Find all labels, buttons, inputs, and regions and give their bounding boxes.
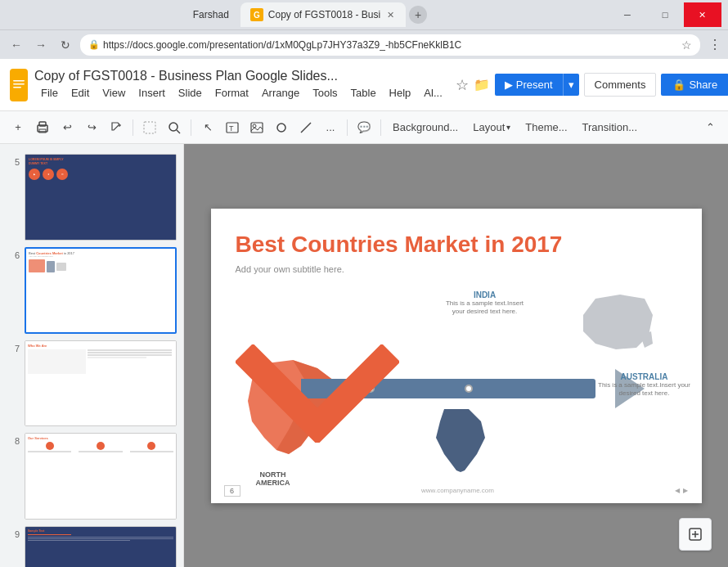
prev-slide-icon[interactable]: ◀ [675, 487, 680, 494]
slide-footer: 6 www.companyname.com ◀ ▶ [211, 485, 702, 497]
back-button[interactable]: ← [7, 35, 26, 55]
comment-icon[interactable]: 💬 [353, 116, 375, 139]
browser-titlebar: Farshad G Copy of FGST0018 - Busi ✕ + ─ … [0, 0, 728, 29]
menu-slide[interactable]: Slide [172, 85, 209, 101]
india-label: INDIA This is a sample text.Insert your … [444, 290, 526, 317]
svg-point-14 [277, 124, 285, 132]
select-mode-button[interactable] [138, 116, 161, 139]
menu-view[interactable]: View [96, 85, 132, 101]
url-text: https://docs.google.com/presentation/d/1… [103, 39, 461, 51]
share-button[interactable]: 🔒 Share [661, 74, 728, 96]
slide-item-9[interactable]: 9 Sample Text [0, 523, 183, 567]
separator-2 [191, 119, 191, 136]
print-button[interactable] [31, 116, 54, 139]
star-icon[interactable]: ☆ [456, 76, 469, 94]
slide-thumbnail-6[interactable]: Best Countries Market in 2017 Add your o… [25, 247, 177, 334]
slide-thumbnail-8[interactable]: Our Services [25, 433, 177, 520]
url-input[interactable]: 🔒 https://docs.google.com/presentation/d… [80, 34, 700, 56]
slide-subtitle: Add your own subtitle here. [236, 264, 344, 274]
new-tab-button[interactable]: + [409, 6, 427, 24]
transition-label: Transition... [582, 121, 637, 133]
north-america-label: NORTH AMERICA [256, 470, 290, 487]
background-button[interactable]: Background... [386, 116, 465, 139]
add-button[interactable]: + [7, 116, 29, 139]
present-button[interactable]: ▶ Present [495, 74, 563, 96]
chevron-shape [236, 344, 399, 446]
separator-4 [380, 119, 381, 136]
more-tools-button[interactable]: ... [319, 116, 342, 139]
slide-thumbnail-9[interactable]: Sample Text [25, 526, 177, 567]
paint-format-button[interactable] [105, 116, 128, 139]
layout-label: Layout [473, 121, 505, 133]
background-label: Background... [393, 121, 458, 133]
svg-rect-0 [10, 76, 28, 94]
tab-close-button[interactable]: ✕ [385, 8, 396, 22]
close-button[interactable]: ✕ [684, 2, 721, 27]
undo-button[interactable]: ↩ [56, 116, 79, 139]
slide-thumbnail-5[interactable]: LOREM IPSUM IS SIMPLY DUMMY TEXT ▶ ★ ✉ [25, 154, 177, 241]
tab-favicon: G [250, 8, 263, 21]
slide-item-6[interactable]: 6 Best Countries Market in 2017 Add your… [0, 244, 183, 337]
theme-button[interactable]: Theme... [519, 116, 573, 139]
slide-number-7: 7 [7, 340, 20, 353]
shape-tool[interactable] [270, 116, 293, 139]
image-tool[interactable] [245, 116, 268, 139]
menu-arrange[interactable]: Arrange [255, 85, 306, 101]
main-area: 5 LOREM IPSUM IS SIMPLY DUMMY TEXT ▶ ★ ✉ [0, 144, 728, 567]
text-tool[interactable]: T [221, 116, 244, 139]
url-bar: ← → ↻ 🔒 https://docs.google.com/presenta… [0, 29, 728, 59]
browser-menu-button[interactable]: ⋮ [708, 37, 721, 52]
next-slide-icon[interactable]: ▶ [683, 487, 688, 494]
menu-insert[interactable]: Insert [132, 85, 172, 101]
svg-rect-3 [13, 87, 21, 88]
app-menu: File Edit View Insert Slide Format Arran… [34, 85, 449, 101]
bookmark-icon[interactable]: ☆ [681, 38, 692, 52]
separator-3 [347, 119, 348, 136]
minimize-button[interactable]: ─ [609, 2, 646, 27]
collapse-toolbar-button[interactable]: ⌃ [699, 116, 721, 139]
toolbar: + ↩ ↪ ↖ T ... 💬 Background... Layout ▾ T… [0, 111, 728, 144]
slide-nav-icons: ◀ ▶ [675, 487, 688, 494]
secure-icon: 🔒 [88, 39, 100, 50]
comments-button[interactable]: Comments [584, 73, 657, 97]
app-header: Copy of FGST0018 - Business Plan Google … [0, 59, 728, 111]
slide-item-5[interactable]: 5 LOREM IPSUM IS SIMPLY DUMMY TEXT ▶ ★ ✉ [0, 151, 183, 244]
folder-icon[interactable]: 📁 [474, 77, 490, 92]
transition-button[interactable]: Transition... [576, 116, 644, 139]
theme-label: Theme... [525, 121, 567, 133]
layout-button[interactable]: Layout ▾ [466, 116, 517, 139]
menu-help[interactable]: Help [383, 85, 418, 101]
reload-button[interactable]: ↻ [56, 35, 75, 55]
slides-panel: 5 LOREM IPSUM IS SIMPLY DUMMY TEXT ▶ ★ ✉ [0, 144, 184, 567]
slide-item-7[interactable]: 7 Who We Are [0, 337, 183, 430]
timeline-dot-2 [465, 385, 473, 393]
menu-file[interactable]: File [34, 85, 65, 101]
zoom-button[interactable] [163, 116, 186, 139]
slide-canvas: Best Countries Market in 2017 Add your o… [211, 209, 702, 503]
slide-thumbnail-7[interactable]: Who We Are [25, 340, 177, 427]
menu-table[interactable]: Table [344, 85, 383, 101]
forward-button[interactable]: → [31, 35, 51, 55]
canvas-area[interactable]: Best Countries Market in 2017 Add your o… [184, 144, 728, 567]
present-play-icon: ▶ [505, 79, 513, 91]
slide-number-9: 9 [7, 526, 20, 539]
share-label: Share [689, 79, 717, 91]
browser-tab[interactable]: G Copy of FGST0018 - Busi ✕ [240, 2, 406, 27]
svg-rect-1 [13, 80, 25, 82]
cursor-tool[interactable]: ↖ [196, 116, 219, 139]
menu-format[interactable]: Format [209, 85, 255, 101]
line-tool[interactable] [294, 116, 317, 139]
fab-button[interactable] [679, 518, 712, 551]
maximize-button[interactable]: □ [646, 2, 684, 27]
slide-item-8[interactable]: 8 Our Services [0, 430, 183, 523]
menu-edit[interactable]: Edit [65, 85, 96, 101]
india-map [432, 405, 489, 470]
menu-more[interactable]: Al... [417, 85, 448, 101]
svg-point-8 [169, 123, 178, 131]
redo-button[interactable]: ↪ [80, 116, 103, 139]
present-dropdown-button[interactable]: ▾ [563, 74, 579, 96]
svg-line-15 [301, 123, 311, 133]
present-label: Present [516, 79, 553, 91]
menu-tools[interactable]: Tools [306, 85, 344, 101]
slide-title-orange: Countries Market [291, 232, 479, 257]
